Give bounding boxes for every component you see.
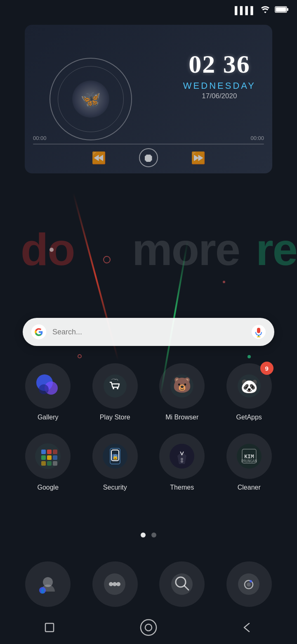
svg-text:👤: 👤 xyxy=(40,588,45,594)
music-times: 00:00 00:00 xyxy=(33,135,264,141)
music-controls: ⏪ ⏺ ⏩ xyxy=(25,148,272,167)
bg-text-green: re xyxy=(256,223,297,275)
google-icon xyxy=(35,443,61,470)
music-clock: 02 36 xyxy=(183,50,256,79)
gallery-icon-wrap xyxy=(25,363,71,409)
deco-dot-1 xyxy=(103,256,111,263)
dock: 👤 xyxy=(16,561,280,607)
music-time-right: 00:00 xyxy=(250,135,264,141)
svg-rect-20 xyxy=(47,450,52,454)
bg-text-red: do xyxy=(21,223,74,275)
playstore-icon xyxy=(103,374,127,398)
wifi-icon xyxy=(261,6,270,15)
svg-point-35 xyxy=(181,460,183,463)
svg-point-10 xyxy=(39,384,49,394)
svg-text:🐻: 🐻 xyxy=(173,376,191,394)
mibrowser-label: Mi Browser xyxy=(165,414,198,421)
recent-apps-button[interactable] xyxy=(39,617,60,638)
mic-icon[interactable] xyxy=(251,324,266,339)
svg-point-11 xyxy=(104,374,127,398)
google-label: Google xyxy=(37,484,59,491)
svg-point-56 xyxy=(145,624,152,631)
page-dot-2[interactable] xyxy=(151,533,156,537)
dock-item-contacts[interactable]: 👤 xyxy=(16,561,80,607)
getapps-icon-wrap: 9 🐼 xyxy=(226,363,272,409)
svg-point-34 xyxy=(181,458,183,460)
app-grid: Gallery Play Store 🐻 Mi Browser xyxy=(16,363,280,491)
page-dot-1[interactable] xyxy=(141,533,146,537)
dock-item-search[interactable] xyxy=(151,561,214,607)
contacts-icon-wrap: 👤 xyxy=(25,561,71,607)
playstore-icon-wrap xyxy=(92,363,138,409)
themes-icon xyxy=(169,443,195,469)
vinyl-outer: 🦋 xyxy=(50,58,132,140)
music-play-button[interactable]: ⏺ xyxy=(139,148,158,167)
gallery-label: Gallery xyxy=(38,414,59,421)
svg-rect-5 xyxy=(257,328,260,333)
mibrowser-icon: 🐻 xyxy=(170,374,194,398)
home-button[interactable] xyxy=(138,617,159,638)
svg-rect-2 xyxy=(287,8,288,11)
vinyl-inner: 🦋 xyxy=(58,66,124,132)
themes-icon-wrap xyxy=(159,433,205,479)
svg-point-12 xyxy=(113,388,114,389)
vinyl-art: 🦋 xyxy=(80,90,101,109)
svg-text:🔒: 🔒 xyxy=(112,454,118,460)
app-item-getapps[interactable]: 9 🐼 GetApps xyxy=(218,363,281,421)
playstore-label: Play Store xyxy=(100,414,130,421)
svg-point-46 xyxy=(116,582,120,586)
svg-rect-1 xyxy=(276,7,286,12)
app-item-playstore[interactable]: Play Store xyxy=(84,363,147,421)
svg-text:KIM: KIM xyxy=(244,453,254,459)
search-bar[interactable] xyxy=(23,318,274,346)
deco-dot-5 xyxy=(223,281,225,283)
deco-dot-3 xyxy=(248,355,251,358)
cleaner-label: Cleaner xyxy=(238,484,261,491)
svg-rect-19 xyxy=(41,450,46,454)
search-dock-icon-wrap xyxy=(159,561,205,607)
app-item-security[interactable]: 🔒 Security xyxy=(84,433,147,491)
deco-dot-4 xyxy=(78,354,82,358)
svg-point-47 xyxy=(171,573,193,595)
svg-point-44 xyxy=(109,582,113,586)
search-dock-icon xyxy=(171,573,193,596)
home-icon xyxy=(140,619,157,636)
music-next-button[interactable]: ⏩ xyxy=(191,151,205,165)
cleaner-icon: KIM PRUNGAN xyxy=(236,443,262,469)
getapps-icon: 🐼 xyxy=(237,374,262,398)
camera-icon-wrap xyxy=(226,561,272,607)
themes-label: Themes xyxy=(170,484,194,491)
svg-text:🐼: 🐼 xyxy=(240,378,258,395)
deco-dot-2 xyxy=(50,248,54,252)
apps-icon-wrap xyxy=(92,561,138,607)
app-item-mibrowser[interactable]: 🐻 Mi Browser xyxy=(151,363,214,421)
svg-rect-26 xyxy=(47,461,52,466)
security-icon-wrap: 🔒 xyxy=(92,433,138,479)
back-icon xyxy=(240,620,255,635)
google-g-icon xyxy=(31,324,47,340)
app-item-cleaner[interactable]: KIM PRUNGAN Cleaner xyxy=(218,433,281,491)
security-label: Security xyxy=(103,484,127,491)
nav-bar xyxy=(0,611,297,644)
dock-item-apps[interactable] xyxy=(84,561,147,607)
app-item-google[interactable]: Google xyxy=(16,433,80,491)
app-item-themes[interactable]: Themes xyxy=(151,433,214,491)
music-prev-button[interactable]: ⏪ xyxy=(92,151,106,165)
music-date: 17/06/2020 xyxy=(183,92,256,100)
svg-rect-54 xyxy=(45,623,54,632)
svg-rect-24 xyxy=(53,455,57,460)
mibrowser-icon-wrap: 🐻 xyxy=(159,363,205,409)
dock-item-camera[interactable] xyxy=(218,561,281,607)
svg-rect-21 xyxy=(41,455,46,460)
svg-point-53 xyxy=(250,580,252,582)
search-input[interactable] xyxy=(52,318,245,346)
back-button[interactable] xyxy=(237,617,258,638)
music-progress-bar[interactable] xyxy=(33,144,264,144)
svg-rect-23 xyxy=(53,450,57,454)
svg-point-13 xyxy=(117,388,118,389)
music-time-left: 00:00 xyxy=(33,135,47,141)
app-item-gallery[interactable]: Gallery xyxy=(16,363,80,421)
svg-text:PRUNGAN: PRUNGAN xyxy=(241,459,257,463)
music-widget: 🦋 02 36 WEDNESDAY 17/06/2020 00:00 00:00… xyxy=(25,25,272,173)
svg-rect-25 xyxy=(41,461,46,466)
